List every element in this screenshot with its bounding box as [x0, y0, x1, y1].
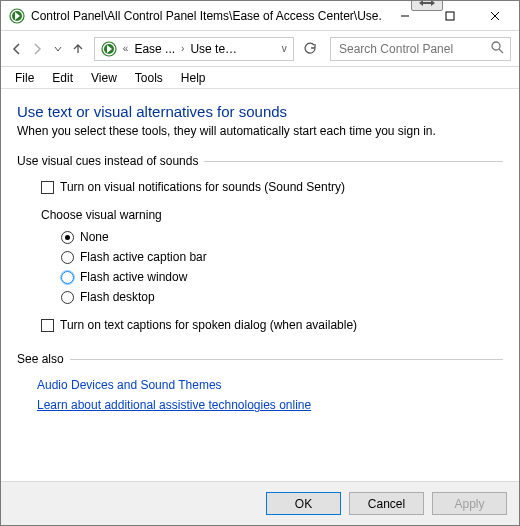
- search-box[interactable]: [330, 37, 511, 61]
- radio-label: Flash desktop: [80, 290, 155, 304]
- resize-handle-icon: [411, 0, 443, 11]
- visual-warning-radio-group: None Flash active caption bar Flash acti…: [61, 230, 503, 304]
- group-label: See also: [17, 352, 64, 366]
- breadcrumb-segment[interactable]: Ease ...: [130, 42, 179, 56]
- divider: [70, 359, 503, 360]
- page-heading: Use text or visual alternatives for soun…: [17, 103, 503, 120]
- checkbox-icon: [41, 319, 54, 332]
- svg-line-10: [499, 49, 503, 53]
- control-panel-icon: [101, 41, 117, 57]
- breadcrumb-chevron-icon[interactable]: ›: [179, 43, 186, 54]
- content-area: Use text or visual alternatives for soun…: [1, 89, 519, 481]
- radio-icon: [61, 271, 74, 284]
- link-assistive-technologies[interactable]: Learn about additional assistive technol…: [37, 398, 503, 412]
- breadcrumb[interactable]: « Ease ... › Use text ... v: [94, 37, 294, 61]
- nav-back-button[interactable]: [9, 37, 25, 61]
- radio-label: None: [80, 230, 109, 244]
- svg-rect-4: [446, 12, 454, 20]
- search-input[interactable]: [337, 41, 491, 57]
- svg-rect-0: [423, 2, 431, 4]
- menu-edit[interactable]: Edit: [44, 68, 81, 88]
- nav-forward-button[interactable]: [29, 37, 45, 61]
- group-see-also: See also: [17, 352, 503, 366]
- checkbox-label: Turn on text captions for spoken dialog …: [60, 318, 357, 332]
- nav-up-button[interactable]: [70, 37, 86, 61]
- page-subtext: When you select these tools, they will a…: [17, 124, 503, 138]
- menu-help[interactable]: Help: [173, 68, 214, 88]
- radio-label: Flash active window: [80, 270, 187, 284]
- refresh-button[interactable]: [302, 37, 318, 61]
- svg-point-9: [492, 42, 500, 50]
- apply-button[interactable]: Apply: [432, 492, 507, 515]
- checkbox-label: Turn on visual notifications for sounds …: [60, 180, 345, 194]
- radio-flash-active-window[interactable]: Flash active window: [61, 270, 503, 284]
- ok-button[interactable]: OK: [266, 492, 341, 515]
- search-icon[interactable]: [491, 41, 504, 57]
- radio-label: Flash active caption bar: [80, 250, 207, 264]
- radio-flash-desktop[interactable]: Flash desktop: [61, 290, 503, 304]
- nav-bar: « Ease ... › Use text ... v: [1, 31, 519, 67]
- checkbox-sound-sentry[interactable]: Turn on visual notifications for sounds …: [41, 180, 503, 194]
- radio-none[interactable]: None: [61, 230, 503, 244]
- control-panel-icon: [9, 8, 25, 24]
- link-audio-devices[interactable]: Audio Devices and Sound Themes: [37, 378, 503, 392]
- radio-flash-caption-bar[interactable]: Flash active caption bar: [61, 250, 503, 264]
- group-visual-cues: Use visual cues instead of sounds: [17, 154, 503, 168]
- nav-recent-dropdown[interactable]: [49, 37, 65, 61]
- menu-view[interactable]: View: [83, 68, 125, 88]
- dialog-footer: OK Cancel Apply: [1, 481, 519, 525]
- checkbox-icon: [41, 181, 54, 194]
- menu-bar: File Edit View Tools Help: [1, 67, 519, 89]
- choose-visual-warning-label: Choose visual warning: [41, 208, 503, 222]
- menu-tools[interactable]: Tools: [127, 68, 171, 88]
- radio-icon: [61, 231, 74, 244]
- breadcrumb-chevron-icon[interactable]: «: [121, 43, 131, 54]
- checkbox-text-captions[interactable]: Turn on text captions for spoken dialog …: [41, 318, 503, 332]
- divider: [204, 161, 503, 162]
- close-button[interactable]: [472, 2, 517, 30]
- menu-file[interactable]: File: [7, 68, 42, 88]
- radio-icon: [61, 291, 74, 304]
- cancel-button[interactable]: Cancel: [349, 492, 424, 515]
- radio-icon: [61, 251, 74, 264]
- breadcrumb-segment[interactable]: Use text ...: [186, 42, 246, 56]
- breadcrumb-dropdown-icon[interactable]: v: [278, 43, 291, 54]
- group-label: Use visual cues instead of sounds: [17, 154, 198, 168]
- window-title: Control Panel\All Control Panel Items\Ea…: [31, 9, 382, 23]
